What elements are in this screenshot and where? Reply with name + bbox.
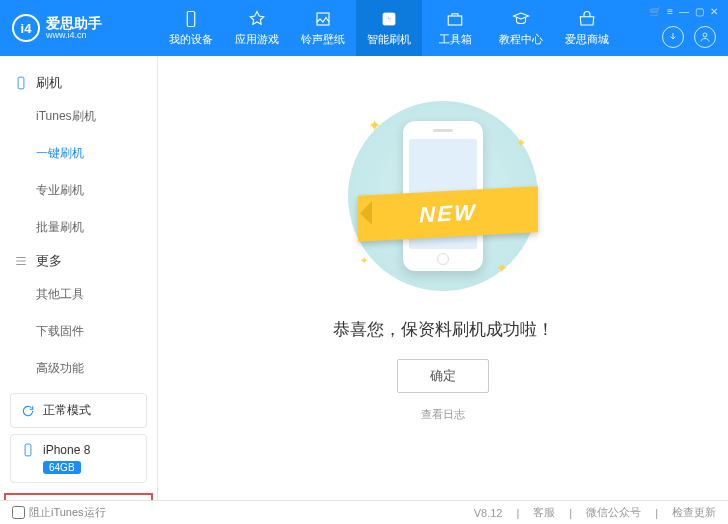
device-icon [182, 10, 200, 28]
logo[interactable]: i4 爱思助手 www.i4.cn [0, 14, 158, 42]
status-bar: 阻止iTunes运行 V8.12 | 客服 | 微信公众号 | 检查更新 [0, 500, 728, 524]
list-icon [14, 254, 28, 268]
user-button[interactable] [694, 26, 716, 48]
check-update-link[interactable]: 检查更新 [672, 505, 716, 520]
sidebar-item-other-tools[interactable]: 其他工具 [36, 276, 143, 313]
sidebar-group-flash[interactable]: 刷机 [14, 68, 143, 98]
wechat-link[interactable]: 微信公众号 [586, 505, 641, 520]
cart-icon[interactable]: 🛒 [649, 6, 661, 17]
star-icon: ✦ [496, 260, 508, 276]
sidebar-item-batch-flash[interactable]: 批量刷机 [36, 209, 143, 246]
device-info[interactable]: iPhone 8 64GB [10, 434, 147, 483]
block-itunes-checkbox[interactable]: 阻止iTunes运行 [12, 505, 106, 520]
device-name: iPhone 8 [43, 443, 90, 457]
flash-icon [380, 10, 398, 28]
star-icon: ✦ [516, 136, 526, 150]
toolbox-icon [446, 10, 464, 28]
svg-rect-6 [25, 444, 31, 456]
sidebar-item-advanced[interactable]: 高级功能 [36, 350, 143, 387]
mode-selector[interactable]: 正常模式 [10, 393, 147, 428]
storage-badge: 64GB [43, 461, 81, 474]
wallpaper-icon [314, 10, 332, 28]
star-icon: ✦ [368, 116, 381, 135]
nav-apps[interactable]: 应用游戏 [224, 0, 290, 56]
view-log-link[interactable]: 查看日志 [421, 407, 465, 422]
star-icon: ✦ [360, 255, 368, 266]
nav-tutorials[interactable]: 教程中心 [488, 0, 554, 56]
sidebar-item-download-firmware[interactable]: 下载固件 [36, 313, 143, 350]
nav-store[interactable]: 爱思商城 [554, 0, 620, 56]
success-message: 恭喜您，保资料刷机成功啦！ [333, 318, 554, 341]
header-bar: i4 爱思助手 www.i4.cn 我的设备 应用游戏 铃声壁纸 智能刷机 工具… [0, 0, 728, 56]
download-button[interactable] [662, 26, 684, 48]
nav-my-device[interactable]: 我的设备 [158, 0, 224, 56]
sidebar-item-itunes-flash[interactable]: iTunes刷机 [36, 98, 143, 135]
svg-point-4 [703, 33, 707, 37]
svg-rect-3 [448, 16, 462, 25]
customer-service-link[interactable]: 客服 [533, 505, 555, 520]
tutorial-icon [512, 10, 530, 28]
sidebar-item-oneclick-flash[interactable]: 一键刷机 [36, 135, 143, 172]
apps-icon [248, 10, 266, 28]
top-nav: 我的设备 应用游戏 铃声壁纸 智能刷机 工具箱 教程中心 爱思商城 [158, 0, 620, 56]
maximize-icon[interactable]: ▢ [695, 6, 704, 17]
minimize-icon[interactable]: — [679, 6, 689, 17]
nav-ringtones[interactable]: 铃声壁纸 [290, 0, 356, 56]
logo-title: 爱思助手 [46, 16, 102, 30]
main-content: NEW ✦ ✦ ✦ ✦ 恭喜您，保资料刷机成功啦！ 确定 查看日志 [158, 56, 728, 524]
logo-subtitle: www.i4.cn [46, 30, 102, 41]
new-ribbon: NEW [358, 186, 538, 241]
refresh-icon [21, 404, 35, 418]
success-illustration: NEW ✦ ✦ ✦ ✦ [338, 96, 548, 296]
sidebar: 刷机 iTunes刷机 一键刷机 专业刷机 批量刷机 更多 其他工具 下载固件 … [0, 56, 158, 524]
phone-icon [21, 443, 35, 457]
svg-rect-5 [18, 77, 24, 89]
nav-flash[interactable]: 智能刷机 [356, 0, 422, 56]
close-icon[interactable]: ✕ [710, 6, 718, 17]
nav-toolbox[interactable]: 工具箱 [422, 0, 488, 56]
version-label: V8.12 [474, 507, 503, 519]
logo-icon: i4 [12, 14, 40, 42]
store-icon [578, 10, 596, 28]
sidebar-group-more[interactable]: 更多 [14, 246, 143, 276]
window-controls: 🛒 ≡ — ▢ ✕ [649, 6, 718, 17]
sidebar-item-pro-flash[interactable]: 专业刷机 [36, 172, 143, 209]
menu-icon[interactable]: ≡ [667, 6, 673, 17]
ok-button[interactable]: 确定 [397, 359, 489, 393]
phone-icon [14, 76, 28, 90]
svg-rect-0 [187, 11, 195, 26]
